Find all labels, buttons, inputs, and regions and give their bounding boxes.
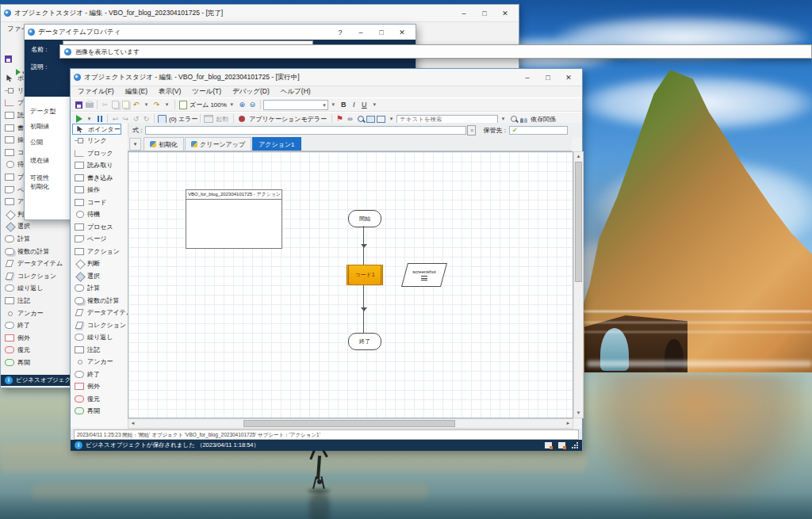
- paste-icon[interactable]: [121, 100, 131, 110]
- palette-item-recover[interactable]: 復元: [72, 393, 132, 406]
- palette-item-dataitem[interactable]: データアイテム: [72, 307, 132, 319]
- menu-debug[interactable]: デバッグ(D): [232, 87, 270, 97]
- scroll-left-icon[interactable]: ◄: [128, 419, 137, 428]
- minimize-button[interactable]: –: [454, 6, 474, 21]
- redo-icon[interactable]: ↷: [151, 100, 162, 110]
- menu-edit[interactable]: 編集(E): [125, 87, 147, 97]
- search-input[interactable]: [396, 115, 498, 124]
- palette-item-end[interactable]: 終了: [72, 368, 132, 381]
- maximize-button[interactable]: □: [538, 70, 558, 86]
- copy-icon[interactable]: [110, 100, 121, 110]
- palette-item-choice[interactable]: 選択: [72, 270, 132, 283]
- menu-view[interactable]: 表示(V): [159, 87, 181, 97]
- palette-item-resume[interactable]: 再開: [72, 405, 132, 418]
- palette-item-anchor[interactable]: アンカー: [72, 356, 132, 368]
- palette-item-note[interactable]: 注記: [72, 344, 132, 357]
- maximize-button[interactable]: □: [474, 6, 495, 21]
- palette-item-read[interactable]: 読み取り: [72, 159, 132, 172]
- palette-item-resume[interactable]: 再開: [2, 357, 63, 369]
- horizontal-scroll-thumb[interactable]: [243, 420, 455, 427]
- scroll-down-icon[interactable]: ▼: [574, 409, 583, 418]
- close-button[interactable]: ✕: [558, 70, 579, 86]
- style-dropdown-icon[interactable]: [328, 100, 339, 110]
- scroll-right-icon[interactable]: ►: [564, 419, 573, 428]
- palette-item-write[interactable]: 書き込み: [72, 172, 132, 185]
- export-icon[interactable]: [178, 100, 188, 110]
- scroll-up-icon[interactable]: ▲: [574, 152, 583, 161]
- flow-canvas[interactable]: VBO_for_blog_202304101725 - アクション 開始 コード…: [128, 151, 573, 418]
- palette-item-pointer[interactable]: ポインター: [72, 124, 121, 135]
- palette-item-calc[interactable]: 計算: [72, 282, 132, 295]
- palette-item-collection[interactable]: コレクション: [2, 270, 63, 283]
- window-titlebar[interactable]: オブジェクトスタジオ - 編集 - VBO_for_blog_202304101…: [1, 5, 519, 22]
- palette-item-multicalc[interactable]: 複数の計算: [72, 295, 132, 307]
- link-start-to-code[interactable]: [363, 226, 364, 265]
- expression-input[interactable]: [145, 126, 466, 135]
- sheet-info-box[interactable]: VBO_for_blog_202304101725 - アクション: [186, 189, 282, 249]
- tab-action1[interactable]: アクション1: [252, 137, 301, 151]
- window-titlebar[interactable]: オブジェクトスタジオ - 編集 - VBO_for_blog_202304101…: [71, 69, 582, 86]
- dialog-image-display[interactable]: 画像を表示しています: [59, 44, 812, 59]
- stage-dataitem-screenshot[interactable]: screenshot: [401, 263, 447, 287]
- expression-edit-icon[interactable]: ≡: [466, 125, 477, 135]
- palette-item-process[interactable]: プロセス: [72, 221, 132, 234]
- undo-dropdown-icon[interactable]: [141, 100, 151, 110]
- undo-icon[interactable]: ↶: [131, 100, 141, 110]
- palette-item-action[interactable]: アクション: [72, 246, 132, 258]
- palette-item-code[interactable]: コード: [72, 197, 132, 209]
- window-status-icon[interactable]: [558, 442, 565, 448]
- palette-item-loop[interactable]: 繰り返し: [72, 331, 132, 344]
- resize-grip-icon[interactable]: [572, 442, 578, 448]
- store-input[interactable]: ✔: [509, 126, 568, 135]
- maximize-button[interactable]: □: [371, 25, 392, 40]
- zoom-out-icon[interactable]: ⊖: [247, 100, 258, 110]
- vertical-scroll-thumb[interactable]: [575, 162, 582, 282]
- palette-item-calc[interactable]: 計算: [2, 233, 63, 246]
- palette-item-link[interactable]: リンク: [72, 135, 132, 147]
- underline-button[interactable]: U: [359, 100, 370, 110]
- modeller-label[interactable]: アプリケーションモデラー: [249, 115, 327, 124]
- stage-end[interactable]: 終了: [348, 333, 381, 350]
- palette-item-page[interactable]: ページ: [72, 233, 132, 246]
- vertical-scrollbar[interactable]: ▲ ▼: [573, 151, 584, 418]
- save-icon[interactable]: [3, 54, 13, 64]
- link-code-to-end[interactable]: [363, 285, 364, 333]
- palette-item-dataitem[interactable]: データアイテム: [2, 258, 63, 270]
- minimize-button[interactable]: –: [517, 70, 538, 86]
- stage-code1[interactable]: コード1: [347, 265, 383, 285]
- palette-item-end[interactable]: 終了: [2, 319, 63, 332]
- format-dropdown-icon[interactable]: [370, 100, 380, 110]
- window-objectstudio-main[interactable]: オブジェクトスタジオ - 編集 - VBO_for_blog_202304101…: [70, 68, 583, 450]
- palette-item-exception[interactable]: 例外: [2, 331, 63, 344]
- menu-help[interactable]: ヘルプ(H): [281, 87, 311, 97]
- tab-cleanup[interactable]: クリーンアップ: [185, 137, 251, 151]
- tab-initialize[interactable]: 初期化: [144, 137, 184, 151]
- error-label[interactable]: エラー: [178, 115, 197, 124]
- menu-tools[interactable]: ツール(T): [192, 87, 221, 97]
- launch-label[interactable]: 起動: [216, 115, 228, 124]
- minimize-button[interactable]: –: [350, 25, 371, 40]
- close-button[interactable]: ✕: [495, 6, 515, 21]
- zoom-in-icon[interactable]: ⊕: [237, 100, 247, 110]
- palette-item-recover[interactable]: 復元: [2, 344, 63, 357]
- dependencies-label[interactable]: 依存関係: [530, 115, 556, 124]
- palette-item-anchor[interactable]: アンカー: [2, 307, 63, 319]
- zoom-dropdown-icon[interactable]: [227, 100, 237, 110]
- palette-item-block[interactable]: ブロック: [72, 147, 132, 160]
- print-icon[interactable]: [84, 100, 94, 110]
- tab-list-dropdown-icon[interactable]: ▾: [129, 138, 141, 151]
- italic-button[interactable]: I: [349, 100, 359, 110]
- palette-item-exception[interactable]: 例外: [72, 380, 132, 393]
- window-status-icon[interactable]: [545, 442, 552, 448]
- palette-item-collection[interactable]: コレクション: [72, 319, 132, 332]
- bold-button[interactable]: B: [339, 100, 349, 110]
- close-button[interactable]: ✕: [392, 25, 412, 40]
- dialog-titlebar[interactable]: データアイテムプロパティ ? – □ ✕: [25, 25, 416, 40]
- save-icon[interactable]: [74, 100, 84, 110]
- redo-dropdown-icon[interactable]: [162, 100, 172, 110]
- palette-item-choice[interactable]: 選択: [2, 220, 63, 233]
- font-combo[interactable]: [263, 100, 328, 110]
- help-button[interactable]: ?: [330, 25, 350, 40]
- menu-file[interactable]: ファイル(F): [78, 87, 114, 97]
- cut-icon[interactable]: ✂: [100, 100, 110, 110]
